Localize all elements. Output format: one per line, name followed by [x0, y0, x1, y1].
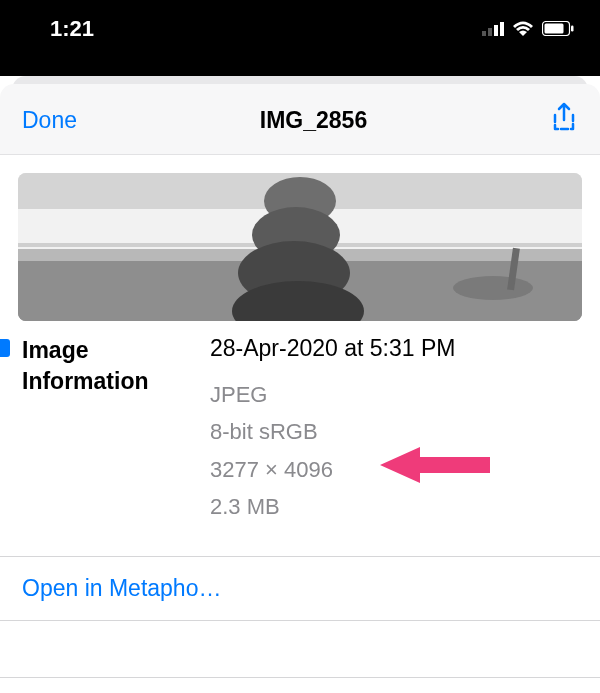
svg-rect-1: [488, 28, 492, 36]
section-marker: [0, 339, 10, 357]
list-row-empty[interactable]: [0, 620, 600, 678]
cellular-icon: [482, 16, 504, 42]
page-title: IMG_2856: [260, 107, 367, 134]
status-icons: [482, 16, 574, 42]
image-information-section: Image Information 28-Apr-2020 at 5:31 PM…: [0, 335, 600, 556]
status-time: 1:21: [50, 16, 94, 42]
wifi-icon: [512, 16, 534, 42]
arrow-annotation-icon: [380, 443, 490, 491]
image-date: 28-Apr-2020 at 5:31 PM: [210, 335, 582, 362]
open-in-app-button[interactable]: Open in Metapho…: [0, 556, 600, 620]
image-filesize: 2.3 MB: [210, 488, 582, 525]
done-button[interactable]: Done: [22, 107, 77, 134]
share-button[interactable]: [550, 102, 578, 138]
nav-bar: Done IMG_2856: [0, 84, 600, 155]
modal-sheet: Done IMG_2856: [0, 84, 600, 678]
svg-rect-6: [571, 26, 574, 32]
battery-icon: [542, 16, 574, 42]
svg-rect-3: [500, 22, 504, 36]
image-preview[interactable]: [18, 173, 582, 321]
svg-rect-0: [482, 31, 486, 36]
svg-point-16: [453, 276, 533, 300]
status-bar: 1:21: [0, 0, 600, 58]
section-label: Image Information: [10, 335, 210, 526]
svg-rect-5: [545, 24, 564, 34]
image-format: JPEG: [210, 376, 582, 413]
svg-rect-2: [494, 25, 498, 36]
